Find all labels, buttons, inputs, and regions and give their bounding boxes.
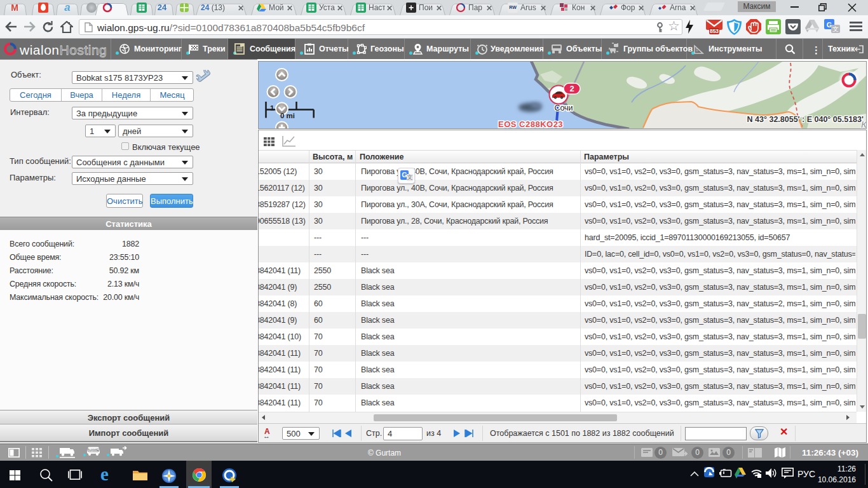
svg-text:文: 文 bbox=[832, 25, 839, 32]
svg-text:0 mi: 0 mi bbox=[280, 112, 295, 119]
svg-text:EOS C288KO23: EOS C288KO23 bbox=[498, 119, 563, 128]
svg-text:NAME: NAME bbox=[88, 448, 98, 452]
svg-text:853: 853 bbox=[710, 28, 719, 34]
svg-text:Сочи: Сочи bbox=[554, 104, 573, 112]
svg-text:G: G bbox=[827, 21, 832, 29]
svg-text:Ка: Ка bbox=[861, 119, 866, 128]
svg-text:N 43° 32.8055' : E 040° 05.518: N 43° 32.8055' : E 040° 05.5183' bbox=[747, 115, 864, 124]
svg-text:2: 2 bbox=[569, 84, 574, 93]
